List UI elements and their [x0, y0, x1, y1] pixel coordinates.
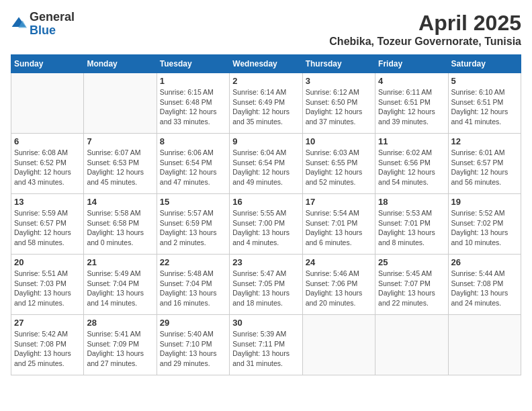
- calendar-cell: 1Sunrise: 6:15 AM Sunset: 6:48 PM Daylig…: [157, 73, 229, 134]
- day-number: 14: [87, 197, 153, 207]
- day-number: 4: [378, 76, 445, 86]
- day-number: 16: [232, 197, 299, 207]
- day-number: 13: [14, 197, 81, 207]
- calendar-cell: 25Sunrise: 5:45 AM Sunset: 7:07 PM Dayli…: [375, 255, 448, 315]
- day-info: Sunrise: 5:40 AM Sunset: 7:10 PM Dayligh…: [160, 329, 226, 369]
- day-number: 25: [378, 257, 445, 267]
- calendar-cell: [375, 315, 448, 375]
- calendar-cell: [11, 73, 84, 134]
- day-info: Sunrise: 6:06 AM Sunset: 6:54 PM Dayligh…: [160, 148, 226, 187]
- calendar-cell: 18Sunrise: 5:53 AM Sunset: 7:01 PM Dayli…: [375, 194, 448, 255]
- weekday-header-tuesday: Tuesday: [157, 55, 229, 73]
- day-info: Sunrise: 5:44 AM Sunset: 7:08 PM Dayligh…: [451, 269, 518, 308]
- calendar-cell: 29Sunrise: 5:40 AM Sunset: 7:10 PM Dayli…: [157, 315, 229, 375]
- week-row-2: 6Sunrise: 6:08 AM Sunset: 6:52 PM Daylig…: [11, 134, 521, 194]
- day-number: 27: [14, 318, 81, 328]
- day-info: Sunrise: 5:59 AM Sunset: 6:57 PM Dayligh…: [14, 208, 81, 248]
- day-info: Sunrise: 5:51 AM Sunset: 7:03 PM Dayligh…: [14, 269, 81, 308]
- day-info: Sunrise: 6:08 AM Sunset: 6:52 PM Dayligh…: [14, 148, 81, 187]
- day-number: 30: [232, 318, 299, 328]
- logo-blue: Blue: [30, 24, 75, 38]
- day-info: Sunrise: 5:52 AM Sunset: 7:02 PM Dayligh…: [451, 208, 518, 248]
- day-info: Sunrise: 6:15 AM Sunset: 6:48 PM Dayligh…: [160, 87, 226, 127]
- calendar-cell: 9Sunrise: 6:04 AM Sunset: 6:54 PM Daylig…: [230, 134, 302, 194]
- day-number: 2: [232, 76, 299, 86]
- calendar-cell: 21Sunrise: 5:49 AM Sunset: 7:04 PM Dayli…: [84, 255, 157, 315]
- day-info: Sunrise: 6:02 AM Sunset: 6:56 PM Dayligh…: [378, 148, 445, 187]
- day-info: Sunrise: 5:39 AM Sunset: 7:11 PM Dayligh…: [232, 329, 299, 369]
- day-number: 11: [378, 136, 445, 146]
- day-number: 7: [87, 136, 153, 146]
- calendar-cell: 10Sunrise: 6:03 AM Sunset: 6:55 PM Dayli…: [302, 134, 375, 194]
- day-number: 12: [451, 136, 518, 146]
- day-info: Sunrise: 6:10 AM Sunset: 6:51 PM Dayligh…: [451, 87, 518, 127]
- calendar-cell: 7Sunrise: 6:07 AM Sunset: 6:53 PM Daylig…: [84, 134, 157, 194]
- calendar-cell: 20Sunrise: 5:51 AM Sunset: 7:03 PM Dayli…: [11, 255, 84, 315]
- day-info: Sunrise: 6:11 AM Sunset: 6:51 PM Dayligh…: [378, 87, 445, 127]
- calendar-cell: 24Sunrise: 5:46 AM Sunset: 7:06 PM Dayli…: [302, 255, 375, 315]
- day-info: Sunrise: 5:57 AM Sunset: 6:59 PM Dayligh…: [160, 208, 226, 248]
- weekday-header-sunday: Sunday: [11, 55, 84, 73]
- calendar-cell: 2Sunrise: 6:14 AM Sunset: 6:49 PM Daylig…: [230, 73, 302, 134]
- day-number: 18: [378, 197, 445, 207]
- day-info: Sunrise: 5:48 AM Sunset: 7:04 PM Dayligh…: [160, 269, 226, 308]
- weekday-header-thursday: Thursday: [302, 55, 375, 73]
- day-number: 21: [87, 257, 153, 267]
- calendar-table: SundayMondayTuesdayWednesdayThursdayFrid…: [11, 54, 521, 375]
- day-info: Sunrise: 5:46 AM Sunset: 7:06 PM Dayligh…: [306, 269, 372, 308]
- day-number: 10: [306, 136, 372, 146]
- day-info: Sunrise: 6:14 AM Sunset: 6:49 PM Dayligh…: [232, 87, 299, 127]
- weekday-header-saturday: Saturday: [448, 55, 521, 73]
- day-number: 26: [451, 257, 518, 267]
- logo-general: General: [30, 11, 75, 24]
- weekday-header-monday: Monday: [84, 55, 157, 73]
- logo-icon: [11, 16, 27, 32]
- day-number: 19: [451, 197, 518, 207]
- calendar-cell: 19Sunrise: 5:52 AM Sunset: 7:02 PM Dayli…: [448, 194, 521, 255]
- calendar-cell: [302, 315, 375, 375]
- week-row-5: 27Sunrise: 5:42 AM Sunset: 7:08 PM Dayli…: [11, 315, 521, 375]
- day-info: Sunrise: 6:07 AM Sunset: 6:53 PM Dayligh…: [87, 148, 153, 187]
- day-info: Sunrise: 6:01 AM Sunset: 6:57 PM Dayligh…: [451, 148, 518, 187]
- calendar-cell: 30Sunrise: 5:39 AM Sunset: 7:11 PM Dayli…: [230, 315, 302, 375]
- week-row-1: 1Sunrise: 6:15 AM Sunset: 6:48 PM Daylig…: [11, 73, 521, 134]
- day-number: 24: [306, 257, 372, 267]
- day-number: 15: [160, 197, 226, 207]
- weekday-header-wednesday: Wednesday: [230, 55, 302, 73]
- day-number: 28: [87, 318, 153, 328]
- title-area: April 2025 Chebika, Tozeur Governorate, …: [329, 11, 521, 48]
- calendar-cell: 17Sunrise: 5:54 AM Sunset: 7:01 PM Dayli…: [302, 194, 375, 255]
- location-title: Chebika, Tozeur Governorate, Tunisia: [329, 36, 521, 48]
- weekday-header-friday: Friday: [375, 55, 448, 73]
- day-info: Sunrise: 5:41 AM Sunset: 7:09 PM Dayligh…: [87, 329, 153, 369]
- calendar-cell: 16Sunrise: 5:55 AM Sunset: 7:00 PM Dayli…: [230, 194, 302, 255]
- day-number: 29: [160, 318, 226, 328]
- month-title: April 2025: [329, 11, 521, 36]
- day-number: 6: [14, 136, 81, 146]
- calendar-cell: 14Sunrise: 5:58 AM Sunset: 6:58 PM Dayli…: [84, 194, 157, 255]
- day-info: Sunrise: 6:03 AM Sunset: 6:55 PM Dayligh…: [306, 148, 372, 187]
- calendar-cell: 12Sunrise: 6:01 AM Sunset: 6:57 PM Dayli…: [448, 134, 521, 194]
- logo: General Blue: [11, 11, 75, 38]
- day-number: 3: [306, 76, 372, 86]
- calendar-cell: 22Sunrise: 5:48 AM Sunset: 7:04 PM Dayli…: [157, 255, 229, 315]
- day-number: 23: [232, 257, 299, 267]
- day-number: 17: [306, 197, 372, 207]
- calendar-cell: 13Sunrise: 5:59 AM Sunset: 6:57 PM Dayli…: [11, 194, 84, 255]
- day-number: 9: [232, 136, 299, 146]
- calendar-cell: 6Sunrise: 6:08 AM Sunset: 6:52 PM Daylig…: [11, 134, 84, 194]
- calendar-cell: [84, 73, 157, 134]
- day-info: Sunrise: 5:47 AM Sunset: 7:05 PM Dayligh…: [232, 269, 299, 308]
- calendar-cell: 23Sunrise: 5:47 AM Sunset: 7:05 PM Dayli…: [230, 255, 302, 315]
- calendar-cell: 5Sunrise: 6:10 AM Sunset: 6:51 PM Daylig…: [448, 73, 521, 134]
- day-info: Sunrise: 6:12 AM Sunset: 6:50 PM Dayligh…: [306, 87, 372, 127]
- day-info: Sunrise: 5:58 AM Sunset: 6:58 PM Dayligh…: [87, 208, 153, 248]
- calendar-cell: [448, 315, 521, 375]
- day-info: Sunrise: 5:42 AM Sunset: 7:08 PM Dayligh…: [14, 329, 81, 369]
- day-info: Sunrise: 6:04 AM Sunset: 6:54 PM Dayligh…: [232, 148, 299, 187]
- day-info: Sunrise: 5:45 AM Sunset: 7:07 PM Dayligh…: [378, 269, 445, 308]
- week-row-3: 13Sunrise: 5:59 AM Sunset: 6:57 PM Dayli…: [11, 194, 521, 255]
- calendar-cell: 3Sunrise: 6:12 AM Sunset: 6:50 PM Daylig…: [302, 73, 375, 134]
- day-info: Sunrise: 5:55 AM Sunset: 7:00 PM Dayligh…: [232, 208, 299, 248]
- calendar-cell: 15Sunrise: 5:57 AM Sunset: 6:59 PM Dayli…: [157, 194, 229, 255]
